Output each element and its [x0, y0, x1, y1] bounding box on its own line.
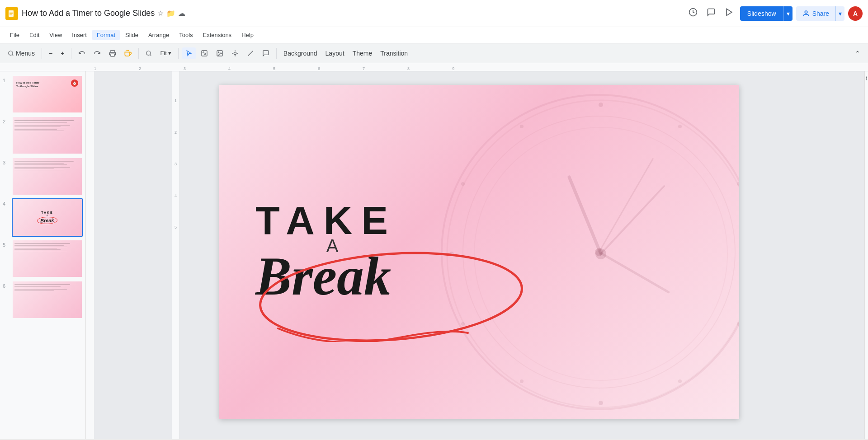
zoom-out-button[interactable]: − [46, 47, 56, 59]
zoom-level-button[interactable]: Fit ▾ [157, 48, 174, 58]
toolbar: Menus − + Fit ▾ Background Layout [0, 43, 868, 63]
svg-point-7 [9, 51, 13, 55]
toolbar-separator-5 [276, 48, 277, 59]
image-button[interactable] [213, 47, 226, 59]
slide-4-content: TAKE A Break [13, 199, 82, 236]
slide-item-5[interactable]: 5 [3, 239, 83, 278]
slide-4-take: TAKE [41, 211, 53, 214]
menu-arrange[interactable]: Arrange [144, 30, 174, 40]
ruler-mark-9: 9 [452, 66, 454, 71]
present-dropdown-button[interactable] [722, 5, 736, 22]
slide-6-content [14, 283, 80, 292]
layout-button[interactable]: Layout [322, 47, 348, 59]
ruler-mark-5: 5 [273, 66, 275, 71]
folder-icon[interactable]: 📁 [166, 9, 175, 18]
svg-point-12 [146, 51, 151, 55]
redo-button[interactable] [90, 47, 104, 59]
slide-thumb-3[interactable] [12, 157, 83, 196]
share-dropdown-button[interactable]: ▾ [835, 6, 844, 21]
ruler-mark-1: 1 [94, 66, 96, 71]
ruler-mark-4: 4 [228, 66, 231, 71]
doc-icon [5, 7, 18, 20]
slide-number-5: 5 [3, 239, 9, 248]
ruler-mark-2: 2 [139, 66, 141, 71]
menu-insert[interactable]: Insert [67, 30, 91, 40]
share-button[interactable]: Share [796, 6, 835, 21]
slide-item-1[interactable]: 1 How to Add TimerTo Google Slides ⏰ [3, 75, 83, 113]
ruler-left-2: 2 [175, 130, 177, 135]
menu-format[interactable]: Format [92, 30, 120, 40]
slide-item-3[interactable]: 3 [3, 157, 83, 196]
frame-select-button[interactable] [198, 47, 211, 59]
slideshow-dropdown-button[interactable]: ▾ [783, 6, 793, 21]
slide-main-content: TAKE A Break [219, 85, 739, 419]
search-menus-label: Menus [16, 50, 35, 57]
slide-thumb-5[interactable] [12, 239, 83, 278]
svg-rect-1 [9, 12, 13, 13]
svg-rect-2 [9, 13, 13, 14]
star-icon[interactable]: ☆ [157, 9, 164, 18]
avatar[interactable]: A [848, 6, 863, 21]
zoom-button[interactable] [142, 48, 155, 59]
menu-bar: File Edit View Insert Format Slide Arran… [0, 27, 868, 43]
comment-button[interactable] [704, 5, 718, 22]
cloud-icon[interactable]: ☁ [178, 9, 185, 18]
svg-point-6 [805, 11, 807, 13]
break-oval-svg [242, 243, 604, 342]
select-tool-button[interactable] [182, 47, 196, 59]
right-controls: Slideshow ▾ Share ▾ A [686, 5, 863, 22]
comment-tool-button[interactable] [259, 47, 273, 59]
slide-canvas[interactable]: TAKE A Break [219, 85, 739, 419]
slide-thumb-2[interactable] [12, 116, 83, 154]
slide-4-break: Break [37, 216, 57, 225]
toolbar-separator-2 [71, 48, 71, 59]
menu-help[interactable]: Help [237, 30, 258, 40]
svg-point-17 [218, 51, 219, 52]
ruler-left-5: 5 [175, 225, 177, 229]
transition-button[interactable]: Transition [377, 47, 411, 59]
menu-extensions[interactable]: Extensions [198, 30, 236, 40]
svg-rect-13 [202, 51, 207, 56]
main-area: 1 How to Add TimerTo Google Slides ⏰ 2 [0, 71, 868, 439]
menu-view[interactable]: View [45, 30, 66, 40]
ruler-left-1: 1 [175, 98, 177, 103]
menu-slide[interactable]: Slide [121, 30, 143, 40]
svg-rect-8 [111, 54, 114, 56]
slide-1-thumb-title: How to Add TimerTo Google Slides [16, 81, 39, 89]
svg-rect-3 [9, 14, 12, 15]
ruler-mark-8: 8 [407, 66, 410, 71]
top-bar: How to Add a Timer to Google Slides ☆ 📁 … [0, 0, 868, 27]
history-button[interactable] [686, 5, 700, 22]
slide-5-content [14, 242, 80, 252]
paint-format-button[interactable] [121, 47, 135, 59]
menu-edit[interactable]: Edit [25, 30, 44, 40]
break-wrapper: Break [255, 249, 391, 304]
print-button[interactable] [106, 47, 119, 59]
zoom-in-button[interactable]: + [57, 47, 67, 59]
slides-panel: 1 How to Add TimerTo Google Slides ⏰ 2 [0, 71, 86, 439]
slide-number-2: 2 [3, 116, 9, 124]
search-menus-button[interactable]: Menus [5, 47, 38, 59]
ruler-left-3: 3 [175, 162, 177, 166]
slide-1-thumb-clock: ⏰ [71, 80, 78, 87]
left-ruler: 1 2 3 4 5 [172, 71, 180, 439]
slide-thumb-1[interactable]: How to Add TimerTo Google Slides ⏰ [12, 75, 83, 113]
background-button[interactable]: Background [280, 47, 321, 59]
slide-item-2[interactable]: 2 [3, 116, 83, 154]
canvas-area: TAKE A Break [94, 71, 864, 439]
shapes-button[interactable] [228, 47, 242, 59]
slide-item-4[interactable]: 4 TAKE A Break [3, 198, 83, 237]
svg-marker-5 [726, 9, 732, 16]
slideshow-button[interactable]: Slideshow [740, 6, 783, 21]
menu-file[interactable]: File [5, 30, 24, 40]
menu-tools[interactable]: Tools [175, 30, 197, 40]
undo-button[interactable] [75, 47, 89, 59]
toolbar-separator-3 [138, 48, 139, 59]
slide-thumb-4[interactable]: TAKE A Break [12, 198, 83, 237]
line-tool-button[interactable] [244, 47, 257, 59]
right-panel: ⟩ [864, 71, 868, 439]
theme-button[interactable]: Theme [349, 47, 376, 59]
slide-item-6[interactable]: 6 [3, 281, 83, 319]
slide-thumb-6[interactable] [12, 281, 83, 319]
collapse-toolbar-button[interactable]: ⌃ [852, 47, 863, 59]
